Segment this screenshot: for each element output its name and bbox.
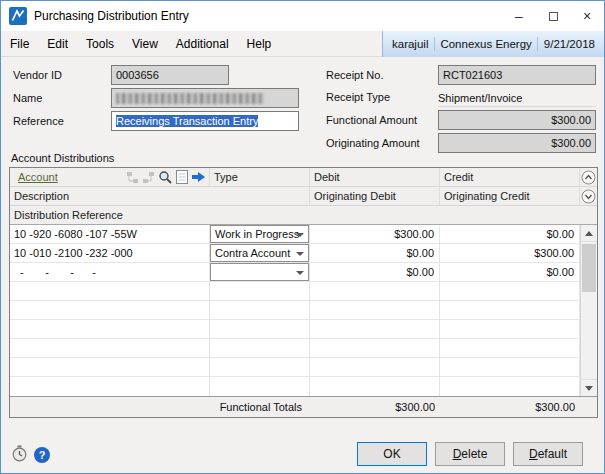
lookup-icon[interactable] <box>158 170 173 185</box>
menu-edit[interactable]: Edit <box>38 31 77 56</box>
minimize-icon: – <box>515 8 523 24</box>
description-header: Description <box>10 187 310 205</box>
session-separator <box>537 37 538 51</box>
close-button[interactable]: × <box>570 1 604 31</box>
header-fields: Vendor ID 0003656 Name Reference Receivi… <box>1 57 605 153</box>
default-button[interactable]: Default <box>513 442 583 466</box>
session-panel: karajuil Connexus Energy 9/21/2018 <box>382 31 604 57</box>
timer-icon[interactable] <box>11 445 28 465</box>
default-button-label: Default <box>529 447 567 461</box>
credit-cell[interactable]: $300.00 <box>440 244 580 262</box>
distribution-reference-header: Distribution Reference <box>10 206 597 224</box>
name-label: Name <box>13 92 42 104</box>
account-link[interactable]: Account <box>18 168 58 186</box>
chevron-up-icon <box>581 170 596 185</box>
functional-totals-debit: $300.00 <box>310 397 440 417</box>
menu-bar: File Edit Tools View Additional Help kar… <box>1 31 604 57</box>
type-dropdown[interactable]: Contra Account <box>210 244 309 262</box>
grid-cell <box>310 358 440 376</box>
account-header-cell: Account <box>10 168 210 186</box>
vendor-id-label: Vendor ID <box>13 69 62 81</box>
menu-view[interactable]: View <box>123 31 167 56</box>
maximize-button[interactable] <box>536 1 570 31</box>
debit-cell[interactable]: $0.00 <box>310 263 440 281</box>
account-cell[interactable]: - - - - <box>10 263 210 281</box>
scroll-down-button[interactable] <box>581 379 597 396</box>
note-icon[interactable] <box>176 170 188 184</box>
grid-cell <box>440 282 580 300</box>
debit-header: Debit <box>310 168 440 186</box>
grid-cell <box>440 358 580 376</box>
functional-totals-label: Functional Totals <box>10 397 310 417</box>
grid-footer: Functional Totals $300.00 $300.00 <box>10 396 597 417</box>
delete-button[interactable]: Delete <box>435 442 505 466</box>
ok-button[interactable]: OK <box>357 442 427 466</box>
receipt-type-value: Shipment/Invoice <box>438 89 596 107</box>
maximize-icon <box>549 12 558 21</box>
account-cell[interactable]: 10 -920 -6080 -107 -55W <box>10 225 210 243</box>
menu-tools[interactable]: Tools <box>77 31 123 56</box>
grid-cell <box>10 377 210 396</box>
grid-cell <box>210 339 310 357</box>
grid-cell <box>310 320 440 338</box>
credit-cell[interactable]: $0.00 <box>440 225 580 243</box>
reference-field[interactable]: Receivings Transaction Entry <box>111 111 299 131</box>
type-dropdown[interactable] <box>210 263 309 281</box>
app-icon <box>9 7 27 25</box>
table-row <box>10 358 597 377</box>
dropdown-caret-icon <box>296 271 304 275</box>
grid-cell <box>440 339 580 357</box>
debit-cell[interactable]: $300.00 <box>310 225 440 243</box>
expand-details-button[interactable] <box>580 168 597 186</box>
grid-header-row-1: Account Type Debit Credit <box>10 168 597 187</box>
grid-cell <box>10 301 210 319</box>
reference-value: Receivings Transaction Entry <box>116 115 258 127</box>
collapse-details-button[interactable] <box>580 187 597 205</box>
scroll-up-button[interactable] <box>581 225 597 242</box>
minimize-button[interactable]: – <box>502 1 536 31</box>
expand-arrow-icon[interactable] <box>191 171 206 183</box>
session-date: 9/21/2018 <box>544 38 595 50</box>
name-field <box>111 88 299 108</box>
account-cell[interactable]: 10 -010 -2100 -232 -000 <box>10 244 210 262</box>
grid-cell <box>210 377 310 396</box>
name-value-redacted <box>116 93 264 104</box>
grid-cell <box>210 282 310 300</box>
chevron-down-icon <box>581 189 596 204</box>
help-button[interactable]: ? <box>34 447 50 463</box>
receipt-no-label: Receipt No. <box>326 69 383 81</box>
debit-cell[interactable]: $0.00 <box>310 244 440 262</box>
vendor-id-field: 0003656 <box>111 65 229 85</box>
receipt-type-label: Receipt Type <box>326 91 390 103</box>
grid-cell <box>10 358 210 376</box>
menu-additional[interactable]: Additional <box>167 31 238 56</box>
reference-label: Reference <box>13 115 64 127</box>
functional-amount-field: $300.00 <box>438 110 596 130</box>
session-separator <box>434 37 435 51</box>
account-toolbar <box>126 170 209 185</box>
originating-amount-field: $300.00 <box>438 133 596 153</box>
delete-button-label: Delete <box>453 447 488 461</box>
table-row <box>10 301 597 320</box>
grid-body: 10 -920 -6080 -107 -55W Work in Progress… <box>10 225 597 396</box>
distribution-row: - - - - $0.00 $0.00 <box>10 263 597 282</box>
distribution-row: 10 -920 -6080 -107 -55W Work in Progress… <box>10 225 597 244</box>
table-row <box>10 377 597 396</box>
table-row <box>10 282 597 301</box>
scroll-up-icon <box>585 231 593 236</box>
type-header: Type <box>210 168 310 186</box>
credit-cell[interactable]: $0.00 <box>440 263 580 281</box>
type-dropdown[interactable]: Work in Progress <box>210 225 309 243</box>
scrollbar-thumb[interactable] <box>582 244 596 292</box>
type-cell: Contra Account <box>210 244 310 262</box>
functional-amount-label: Functional Amount <box>326 114 417 126</box>
table-row <box>10 339 597 358</box>
grid-cell <box>210 358 310 376</box>
menu-file[interactable]: File <box>1 31 38 56</box>
menu-help[interactable]: Help <box>238 31 281 56</box>
status-icons: ? <box>11 445 50 465</box>
grid-scrollbar[interactable] <box>580 225 597 396</box>
grid-cell <box>440 320 580 338</box>
grid-cell <box>440 301 580 319</box>
grid-cell <box>310 377 440 396</box>
